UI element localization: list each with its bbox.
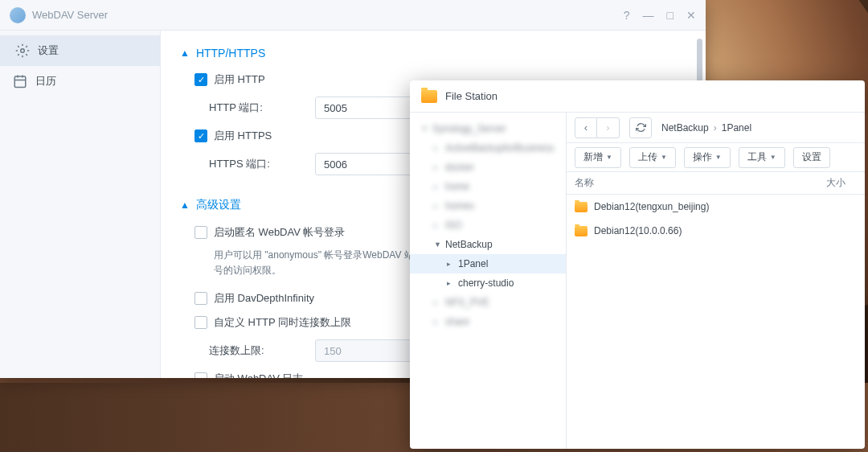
- tree-item[interactable]: ▸share: [410, 312, 566, 331]
- filestation-actions: 新增▼ 上传▼ 操作▼ 工具▼ 设置: [567, 143, 865, 172]
- breadcrumb-netbackup[interactable]: NetBackup: [661, 122, 709, 134]
- breadcrumb-1panel[interactable]: 1Panel: [722, 122, 751, 134]
- col-name[interactable]: 名称: [567, 176, 818, 190]
- tree-item[interactable]: ▸ISO: [410, 216, 566, 235]
- maximize-icon[interactable]: □: [667, 9, 674, 22]
- webdav-title: WebDAV Server: [32, 9, 624, 21]
- chevron-down-icon: ▼: [606, 154, 612, 161]
- filestation-titlebar[interactable]: File Station: [410, 80, 865, 113]
- chevron-down-icon: ▼: [770, 154, 776, 161]
- upload-button[interactable]: 上传▼: [629, 147, 676, 168]
- section-http-title: HTTP/HTTPS: [196, 47, 265, 60]
- enable-https-label: 启用 HTTPS: [214, 129, 272, 143]
- sidebar-settings-label: 设置: [38, 43, 59, 58]
- enable-http-checkbox[interactable]: ✓: [194, 73, 207, 86]
- anon-login-checkbox[interactable]: [194, 226, 207, 239]
- filestation-main: ‹ › NetBackup › 1Panel 新增▼ 上传▼ 操作▼ 工具▼ 设…: [567, 113, 865, 449]
- tree-item-1panel[interactable]: ▸1Panel: [410, 254, 566, 273]
- chevron-up-icon: ▲: [180, 47, 190, 59]
- section-http-header[interactable]: ▲ HTTP/HTTPS: [180, 42, 686, 64]
- folder-icon: [575, 226, 588, 236]
- filestation-title: File Station: [445, 90, 497, 102]
- filestation-list: Debian12(tengxun_beijing) Debian12(10.0.…: [567, 195, 865, 449]
- filestation-tree: ▼Synology_Server ▸ActiveBackupforBusines…: [410, 113, 567, 449]
- sidebar-calendar-label: 日历: [35, 74, 56, 88]
- svg-point-0: [21, 49, 25, 53]
- tree-item-cherry[interactable]: ▸cherry-studio: [410, 273, 566, 293]
- section-advanced-title: 高级设置: [196, 198, 241, 212]
- watermark: 值 什么值得买: [762, 426, 860, 447]
- help-icon[interactable]: ?: [624, 9, 630, 22]
- enable-http-label: 启用 HTTP: [214, 72, 265, 87]
- list-item[interactable]: Debian12(10.0.0.66): [567, 219, 865, 243]
- operate-button[interactable]: 操作▼: [684, 147, 731, 168]
- tree-item[interactable]: ▸NFS_PVE: [410, 293, 566, 312]
- folder-icon: [421, 90, 437, 103]
- chevron-down-icon: ▼: [661, 154, 667, 161]
- nav-forward-button[interactable]: ›: [597, 117, 620, 138]
- svg-rect-1: [14, 76, 26, 88]
- tree-item[interactable]: ▸docker: [410, 158, 566, 177]
- anon-login-label: 启动匿名 WebDAV 帐号登录: [214, 225, 345, 240]
- sidebar-item-calendar[interactable]: 日历: [0, 66, 160, 97]
- custom-conn-label: 自定义 HTTP 同时连接数上限: [214, 315, 351, 330]
- filestation-columns: 名称 大小: [567, 172, 865, 195]
- tools-button[interactable]: 工具▼: [739, 147, 785, 168]
- webdav-titlebar[interactable]: WebDAV Server ? — □ ✕: [0, 0, 706, 31]
- tree-item-netbackup[interactable]: ▼NetBackup: [410, 235, 566, 254]
- row-name: Debian12(10.0.0.66): [594, 225, 682, 236]
- conn-limit-label: 连接数上限:: [194, 343, 315, 358]
- webdav-app-icon: [10, 7, 26, 23]
- settings-button[interactable]: 设置: [793, 147, 830, 168]
- tree-root[interactable]: ▼Synology_Server: [410, 119, 566, 138]
- sidebar-item-settings[interactable]: 设置: [0, 35, 160, 66]
- calendar-icon: [13, 74, 27, 88]
- https-port-label: HTTPS 端口:: [194, 157, 315, 171]
- custom-conn-checkbox[interactable]: [194, 316, 207, 329]
- http-port-label: HTTP 端口:: [194, 101, 315, 115]
- watermark-badge: 值: [762, 426, 783, 447]
- tree-item[interactable]: ▸ActiveBackupforBusiness: [410, 138, 566, 158]
- folder-icon: [575, 202, 588, 212]
- chevron-down-icon: ▼: [715, 154, 722, 161]
- enable-log-label: 启动 WebDAV 日志: [214, 372, 303, 378]
- tree-item[interactable]: ▸homes: [410, 196, 566, 216]
- breadcrumb: NetBackup › 1Panel: [661, 122, 751, 134]
- refresh-button[interactable]: [629, 117, 652, 138]
- chevron-up-icon: ▲: [180, 199, 190, 211]
- filestation-window: File Station ▼Synology_Server ▸ActiveBac…: [410, 80, 865, 449]
- enable-https-checkbox[interactable]: ✓: [194, 129, 207, 142]
- dav-depth-checkbox[interactable]: [194, 292, 207, 305]
- col-size[interactable]: 大小: [818, 176, 865, 190]
- minimize-icon[interactable]: —: [643, 9, 654, 22]
- gear-icon: [15, 43, 30, 58]
- filestation-toolbar: ‹ › NetBackup › 1Panel: [567, 113, 865, 143]
- chevron-right-icon: ›: [714, 122, 717, 134]
- watermark-text: 什么值得买: [788, 427, 860, 446]
- enable-log-checkbox[interactable]: [194, 372, 207, 378]
- tree-item[interactable]: ▸home: [410, 177, 566, 196]
- new-button[interactable]: 新增▼: [575, 147, 621, 168]
- close-icon[interactable]: ✕: [686, 9, 696, 22]
- list-item[interactable]: Debian12(tengxun_beijing): [567, 195, 865, 219]
- scrollbar[interactable]: [697, 39, 702, 87]
- dav-depth-label: 启用 DavDepthInfinity: [214, 291, 314, 306]
- row-name: Debian12(tengxun_beijing): [594, 201, 709, 212]
- nav-back-button[interactable]: ‹: [575, 117, 597, 138]
- webdav-sidebar: 设置 日历: [0, 31, 161, 378]
